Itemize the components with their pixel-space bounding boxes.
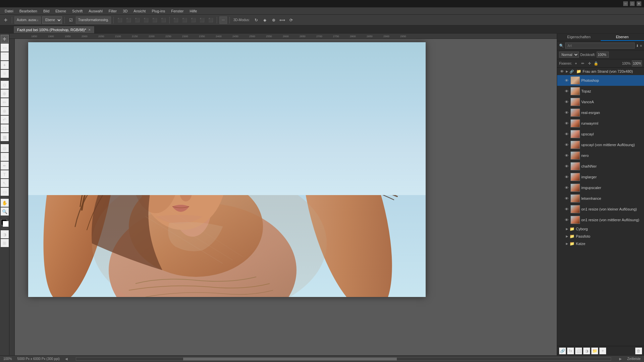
transformations-button[interactable]: Transformationsstrg. <box>76 16 111 24</box>
menu-auswahl[interactable]: Auswahl <box>86 8 105 14</box>
align-left-icon[interactable]: ⬛ <box>116 16 123 24</box>
clone-stamp-tool[interactable]: ⊗ <box>1 107 9 115</box>
fix-move-icon[interactable]: ✛ <box>587 61 592 66</box>
menu-3d[interactable]: 3D <box>120 8 130 14</box>
menu-bearbeiten[interactable]: Bearbeiten <box>17 8 40 14</box>
add-mask-btn[interactable]: ⬜ <box>575 348 582 354</box>
add-fx-btn[interactable]: fx <box>567 348 574 354</box>
blend-mode-select[interactable]: Normal <box>559 52 579 58</box>
layer-item-7[interactable]: 👁 nero <box>557 150 644 161</box>
align5-icon[interactable]: ⬛ <box>198 16 206 24</box>
menu-ebene[interactable]: Ebene <box>53 8 69 14</box>
screen-mode-tool[interactable]: ⊞ <box>1 239 9 247</box>
layer-item-6[interactable]: 👁 upscayl (von mittlerer Auflösung) <box>557 139 644 150</box>
fullblock-input[interactable] <box>632 60 642 66</box>
shape-tool[interactable]: ▭ <box>1 188 9 196</box>
align3-icon[interactable]: ⬛ <box>181 16 188 24</box>
align-right-icon[interactable]: ⬛ <box>133 16 141 24</box>
eye-layer-9[interactable]: 👁 <box>564 174 569 180</box>
add-link-btn[interactable]: 🔗 <box>559 348 566 354</box>
layer-group-header-cyborg[interactable]: ▶ 📁 Cyborg <box>557 225 644 233</box>
menu-bild[interactable]: Bild <box>41 8 52 14</box>
path-select-tool[interactable]: ↖ <box>1 179 9 187</box>
layer-group-header-frau[interactable]: 👁 ▶ 🔗 📁 Frau am Strand (von 720x480) <box>557 68 644 75</box>
menu-ansicht[interactable]: Ansicht <box>131 8 148 14</box>
align4-icon[interactable]: ⬛ <box>190 16 197 24</box>
layer-item-0[interactable]: 👁 Photoshop <box>557 75 644 86</box>
align2-icon[interactable]: ⬛ <box>172 16 179 24</box>
dodge-tool[interactable]: ○ <box>1 153 9 161</box>
zoom-tool[interactable]: 🔍 <box>1 207 9 216</box>
arrow-left[interactable]: ◀ <box>65 357 68 361</box>
fix-all-icon[interactable]: 🔒 <box>593 61 599 66</box>
eye-layer-2[interactable]: 👁 <box>564 99 569 105</box>
layer-item-2[interactable]: 👁 VanceA <box>557 97 644 107</box>
menu-filter[interactable]: Filter <box>106 8 119 14</box>
tab-ebenen[interactable]: Ebenen <box>601 34 644 41</box>
eye-layer-5[interactable]: 👁 <box>564 131 569 137</box>
lasso-tool[interactable]: ⌒ <box>1 52 9 60</box>
select-rect-tool[interactable]: ▭ <box>1 44 9 52</box>
align-top-icon[interactable]: ⬛ <box>142 16 150 24</box>
layer-item-3[interactable]: 👁 real-esrgan <box>557 107 644 118</box>
layer-item-11[interactable]: 👁 letsenhance <box>557 193 644 204</box>
autom-button[interactable]: Autom. ausw.↓ <box>14 16 41 24</box>
menu-datei[interactable]: Datei <box>2 8 16 14</box>
layer-group-header-katze[interactable]: ▶ 📁 Katze <box>557 240 644 247</box>
layer-item-12[interactable]: 👁 on1 resize (von kleiner Auflösung) <box>557 204 644 215</box>
orbit-icon[interactable]: ⟳ <box>287 16 295 24</box>
align-vmid-icon[interactable]: ⬛ <box>151 16 158 24</box>
new-adjustment-btn[interactable]: ◑ <box>583 348 590 354</box>
rotate-icon[interactable]: ↻ <box>253 16 260 24</box>
history-brush-tool[interactable]: ↶ <box>1 116 9 124</box>
healing-tool[interactable]: ⊕ <box>1 89 9 98</box>
layer-item-10[interactable]: 👁 imgupscaler <box>557 182 644 193</box>
align6-icon[interactable]: ⬛ <box>207 16 214 24</box>
layer-item-9[interactable]: 👁 imglarger <box>557 172 644 182</box>
ebene-select[interactable]: Ebene <box>42 16 62 24</box>
pen-tool[interactable]: ✒ <box>1 162 9 170</box>
align-bottom-icon[interactable]: ⬛ <box>160 16 167 24</box>
eye-layer-6[interactable]: 👁 <box>564 142 569 147</box>
eye-layer-0[interactable]: 👁 <box>564 78 569 83</box>
horizontal-scrollbar[interactable] <box>76 357 611 361</box>
hand-tool[interactable]: ✋ <box>1 199 9 207</box>
layer-search-input[interactable] <box>565 43 635 49</box>
cube-icon[interactable]: ◈ <box>261 16 269 24</box>
group-toggle-passfoto[interactable]: ▶ <box>566 235 568 238</box>
group-toggle-katze[interactable]: ▶ <box>566 242 568 245</box>
eye-layer-13[interactable]: 👁 <box>564 217 569 223</box>
menu-hilfe[interactable]: Hilfe <box>187 8 200 14</box>
dots-button[interactable]: ··· <box>219 16 227 24</box>
layer-item-5[interactable]: 👁 upscayl <box>557 129 644 139</box>
eye-layer-12[interactable]: 👁 <box>564 206 569 212</box>
filter-icon[interactable]: ⬇ <box>636 44 639 48</box>
gradient-tool[interactable]: ▦ <box>1 133 9 141</box>
tab-eigenschaften[interactable]: Eigenschaften <box>557 34 601 41</box>
eye-layer-10[interactable]: 👁 <box>564 185 569 190</box>
eye-frau-group[interactable]: 👁 <box>559 69 565 74</box>
quick-select-tool[interactable]: ✦ <box>1 61 9 69</box>
eye-layer-4[interactable]: 👁 <box>564 121 569 126</box>
tab-close-btn[interactable]: ✕ <box>88 28 91 32</box>
eye-layer-7[interactable]: 👁 <box>564 153 569 158</box>
crop-tool[interactable]: ⌗ <box>1 70 9 78</box>
close-btn[interactable]: ✕ <box>637 1 641 6</box>
layer-item-1[interactable]: 👁 Topaz <box>557 86 644 97</box>
eye-layer-3[interactable]: 👁 <box>564 110 569 115</box>
blur-tool[interactable]: ◎ <box>1 144 9 152</box>
background-color[interactable] <box>3 221 9 227</box>
layer-options-icon[interactable]: ≡ <box>640 44 642 48</box>
new-layer-btn[interactable]: + <box>599 348 606 354</box>
menu-plugins[interactable]: Plug-ins <box>149 8 168 14</box>
eyedropper-tool[interactable]: ⊙ <box>1 81 9 89</box>
quick-mask-tool[interactable]: ◑ <box>1 230 9 238</box>
arrow-right[interactable]: ▶ <box>619 357 622 361</box>
group-toggle-frau[interactable]: ▶ <box>566 70 568 73</box>
eraser-tool[interactable]: ◻ <box>1 124 9 132</box>
deckkraft-input[interactable] <box>597 52 609 58</box>
eye-layer-8[interactable]: 👁 <box>564 164 569 169</box>
layer-item-4[interactable]: 👁 runwayrml <box>557 118 644 129</box>
layer-list[interactable]: 👁 ▶ 🔗 📁 Frau am Strand (von 720x480) 👁 P… <box>557 68 644 346</box>
layer-item-13[interactable]: 👁 on1 resize (von mittlerer Auflösung) <box>557 215 644 225</box>
